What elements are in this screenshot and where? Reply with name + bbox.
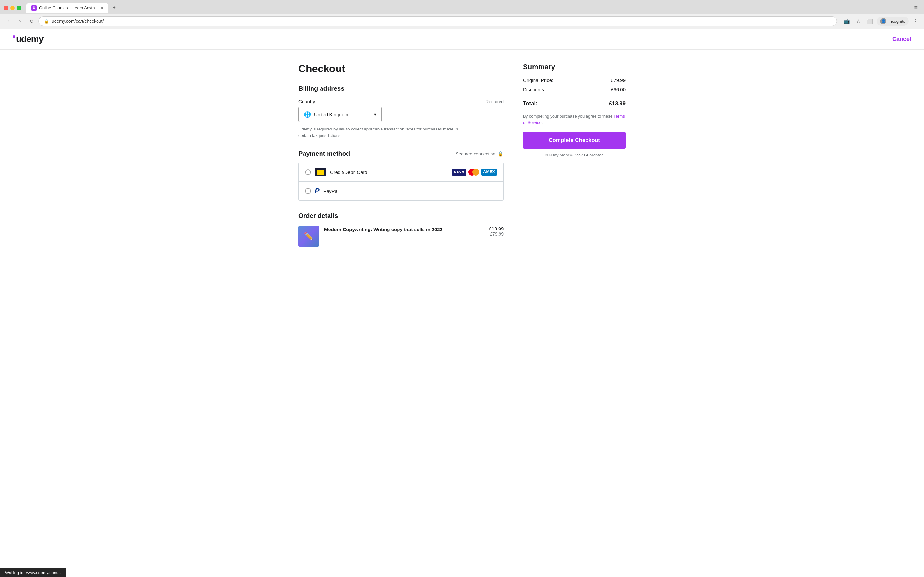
paypal-option[interactable]: P PayPal (299, 182, 503, 200)
browser-actions: 📺 ☆ ⬜ 👤 Incognito ⋮ (842, 17, 920, 26)
lock-icon: 🔒 (497, 151, 504, 157)
course-price: £13.99 £79.99 (489, 226, 504, 237)
mastercard-logo (468, 169, 479, 176)
summary-title: Summary (523, 63, 626, 71)
secured-connection: Secured connection 🔒 (456, 151, 504, 157)
site-header: udemy Cancel (0, 29, 924, 50)
incognito-icon: 👤 (880, 18, 887, 24)
payment-options: Credit/Debit Card VISA AMEX (298, 163, 504, 201)
course-info: Modern Copywriting: Writing copy that se… (324, 226, 484, 233)
tab-close-button[interactable]: × (101, 5, 103, 11)
course-thumb-icon: ✏️ (304, 232, 313, 241)
card-logos: VISA AMEX (452, 169, 497, 176)
address-bar-row: ‹ › ↻ 🔒 udemy.com/cart/checkout/ 📺 ☆ ⬜ 👤… (0, 14, 924, 29)
payment-section-title: Payment method (298, 150, 350, 157)
billing-section-title: Billing address (298, 85, 504, 92)
card-icon (315, 168, 326, 176)
price-original: £79.99 (489, 231, 504, 237)
total-row: Total: £13.99 (523, 100, 626, 107)
original-price-label: Original Price: (523, 77, 553, 83)
tab-favicon: U (31, 5, 37, 11)
traffic-lights (4, 6, 21, 10)
tab-bar: U Online Courses – Learn Anyth... × + ≡ (0, 0, 924, 14)
minimize-window-button[interactable] (10, 6, 15, 10)
total-label: Total: (523, 100, 537, 107)
main-content: Checkout Billing address Country Require… (286, 50, 638, 259)
page-title: Checkout (298, 63, 504, 75)
payment-header: Payment method Secured connection 🔒 (298, 150, 504, 157)
cast-icon[interactable]: 📺 (842, 17, 851, 26)
discounts-value: -£66.00 (609, 87, 626, 92)
checkout-right: Summary Original Price: £79.99 Discounts… (523, 63, 626, 247)
new-tab-button[interactable]: + (110, 2, 118, 14)
credit-card-option[interactable]: Credit/Debit Card VISA AMEX (299, 163, 503, 182)
incognito-label: Incognito (888, 19, 905, 24)
logo-text: udemy (16, 34, 43, 44)
total-value: £13.99 (609, 100, 626, 107)
refresh-button[interactable]: ↻ (27, 17, 36, 26)
browser-window-icon[interactable]: ⬜ (865, 17, 874, 26)
ssl-lock-icon: 🔒 (44, 19, 49, 24)
tab-title: Online Courses – Learn Anyth... (39, 5, 98, 10)
bookmark-icon[interactable]: ☆ (854, 17, 863, 26)
order-item: ✏️ Modern Copywriting: Writing copy that… (298, 226, 504, 247)
checkout-left: Checkout Billing address Country Require… (298, 63, 504, 247)
course-title: Modern Copywriting: Writing copy that se… (324, 227, 443, 232)
active-tab[interactable]: U Online Courses – Learn Anyth... × (26, 3, 108, 13)
original-price-row: Original Price: £79.99 (523, 77, 626, 83)
paypal-radio[interactable] (305, 188, 311, 194)
summary-divider (523, 96, 626, 97)
summary-panel: Summary Original Price: £79.99 Discounts… (523, 63, 626, 157)
browser-chrome: U Online Courses – Learn Anyth... × + ≡ … (0, 0, 924, 29)
chevron-down-icon: ▾ (374, 112, 376, 117)
browser-menu-button[interactable]: ⋮ (911, 17, 920, 26)
billing-section: Billing address Country Required 🌐 Unite… (298, 85, 504, 139)
secured-label: Secured connection (456, 151, 495, 156)
amex-logo: AMEX (481, 169, 497, 176)
course-thumbnail: ✏️ (298, 226, 319, 247)
discounts-row: Discounts: -£66.00 (523, 87, 626, 92)
discounts-label: Discounts: (523, 87, 545, 92)
address-bar[interactable]: 🔒 udemy.com/cart/checkout/ (39, 16, 837, 26)
payment-section: Payment method Secured connection 🔒 Cred… (298, 150, 504, 201)
forward-button[interactable]: › (15, 17, 24, 26)
terms-text: By completing your purchase you agree to… (523, 113, 626, 126)
terms-text-after: . (541, 120, 543, 125)
visa-logo: VISA (452, 169, 467, 176)
original-price-value: £79.99 (611, 77, 626, 83)
credit-card-radio[interactable] (305, 169, 311, 175)
back-button[interactable]: ‹ (4, 17, 13, 26)
incognito-badge: 👤 Incognito (877, 17, 909, 26)
guarantee-text: 30-Day Money-Back Guarantee (523, 153, 626, 157)
price-current: £13.99 (489, 226, 504, 231)
udemy-logo[interactable]: udemy (13, 34, 43, 44)
order-section-title: Order details (298, 212, 504, 219)
country-select[interactable]: 🌐 United Kingdom ▾ (298, 107, 382, 122)
url-text: udemy.com/cart/checkout/ (52, 19, 103, 24)
tab-menu-button[interactable]: ≡ (911, 5, 920, 11)
paypal-label: PayPal (323, 189, 339, 194)
terms-text-before: By completing your purchase you agree to… (523, 114, 614, 119)
country-label: Country (298, 99, 315, 104)
complete-checkout-button[interactable]: Complete Checkout (523, 132, 626, 149)
maximize-window-button[interactable] (17, 6, 21, 10)
close-window-button[interactable] (4, 6, 8, 10)
globe-icon: 🌐 (304, 111, 311, 118)
tax-notice: Udemy is required by law to collect appl… (298, 126, 459, 139)
paypal-icon: P (315, 187, 320, 195)
course-thumb-inner: ✏️ (298, 226, 319, 247)
required-label: Required (485, 99, 504, 104)
cancel-button[interactable]: Cancel (892, 36, 911, 43)
country-row: Country Required (298, 99, 504, 104)
order-section: Order details ✏️ Modern Copywriting: Wri… (298, 212, 504, 247)
credit-card-label: Credit/Debit Card (330, 169, 367, 175)
country-value: United Kingdom (314, 112, 371, 117)
